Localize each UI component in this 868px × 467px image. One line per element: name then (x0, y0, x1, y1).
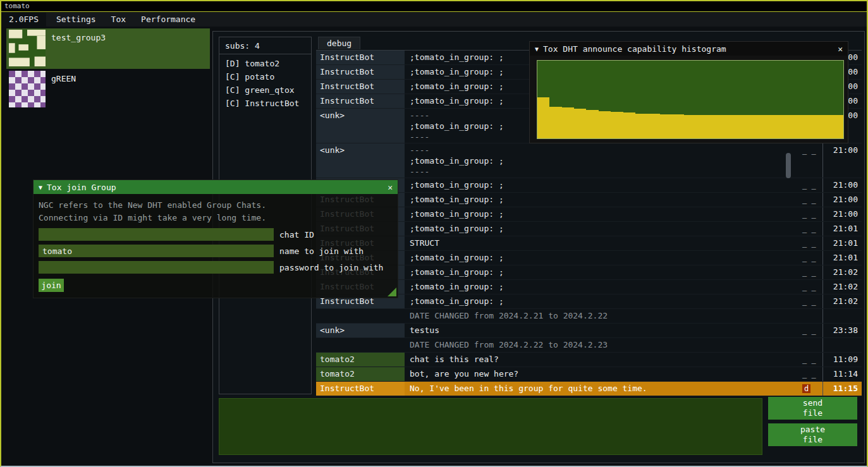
paste-file-button[interactable]: paste file (768, 423, 857, 446)
histogram-bar (697, 115, 709, 138)
histogram-titlebar[interactable]: ▼ Tox DHT announce capability histogram … (530, 42, 848, 56)
close-icon[interactable]: ✕ (838, 44, 843, 54)
tab-debug[interactable]: debug (318, 37, 360, 49)
menu-performance[interactable]: Performance (133, 13, 203, 27)
chat-time: 23:38 (822, 324, 862, 337)
sub-item-instructbot[interactable]: [C] InstructBot (219, 97, 311, 110)
chat-time: 21:01 (822, 251, 862, 265)
collapse-icon[interactable]: ▼ (535, 45, 539, 52)
chat-time: 11:15 (822, 382, 862, 396)
chat-time: 21:00 (822, 143, 862, 178)
group-name: gREEN (51, 71, 76, 109)
join-password-label: password to join with (279, 263, 383, 272)
chat-message: ;tomato_in_group: ; (405, 251, 800, 265)
chat-author: <unk> (316, 109, 405, 143)
close-icon[interactable]: ✕ (388, 183, 393, 192)
chat-time: 11:14 (822, 367, 862, 381)
date-separator-row: DATE CHANGED from 2024.2.21 to 2024.2.22 (316, 309, 862, 324)
chat-id-input[interactable] (39, 228, 274, 241)
chat-id-label: chat ID (279, 230, 314, 240)
chat-author: InstructBot (316, 94, 405, 108)
chat-flags: _ _ (800, 324, 822, 337)
chat-author: InstructBot (316, 382, 405, 396)
chat-time: 21:02 (822, 265, 862, 279)
sub-item-potato[interactable]: [C] potato (219, 70, 311, 83)
chat-scrollbar-thumb[interactable] (786, 153, 791, 178)
join-password-input[interactable] (39, 261, 274, 274)
chat-message: ;tomato_in_group: ; (405, 294, 800, 308)
chat-flags: _ _ (800, 353, 822, 367)
group-name: test_group3 (51, 30, 106, 68)
histogram-bar (782, 115, 794, 138)
menubar: 2.0FPS Settings Tox Performance (1, 13, 867, 27)
chat-flags: _ _ (800, 193, 822, 207)
chat-author: InstructBot (316, 80, 405, 94)
chat-time: 21:00 (822, 193, 862, 207)
menu-settings[interactable]: Settings (49, 13, 104, 27)
resize-grip[interactable] (388, 288, 396, 296)
chat-flags: _ _ (800, 178, 822, 192)
chat-message: ;tomato_in_group: ; (405, 265, 800, 279)
histogram-bar (635, 114, 647, 138)
chat-time: 21:01 (822, 222, 862, 236)
join-name-label: name to join with (279, 246, 364, 256)
date-changed-text: DATE CHANGED from 2024.2.21 to 2024.2.22 (405, 309, 800, 323)
chat-flags: _ _ (800, 222, 822, 236)
chat-row[interactable]: <unk> testus _ _ 23:38 (316, 324, 862, 338)
chat-row-highlighted[interactable]: InstructBot No, I've been in this group … (316, 382, 862, 396)
join-info-line: Connecting via ID might take a very long… (39, 212, 393, 224)
histogram-bar (807, 115, 819, 138)
chat-flags: _ _ (800, 207, 822, 221)
chat-author: InstructBot (316, 51, 405, 64)
app-window: tomato 2.0FPS Settings Tox Performance t… (0, 0, 868, 467)
join-name-input[interactable] (39, 245, 274, 257)
chat-time: 11:09 (822, 353, 862, 367)
chat-time: 21:02 (822, 294, 862, 308)
chat-flags: d (800, 382, 822, 396)
subs-count: subs: 4 (219, 40, 311, 52)
histogram-bar (745, 115, 757, 138)
chat-row[interactable]: tomato2 bot, are you new here? _ _ 11:14 (316, 367, 862, 382)
join-dialog-title: Tox join Group (47, 183, 116, 192)
date-separator-row: DATE CHANGED from 2024.2.22 to 2024.2.23 (316, 338, 862, 353)
join-button[interactable]: join (39, 279, 64, 292)
chat-time: 21:01 (822, 236, 862, 250)
histogram-plot (537, 60, 844, 139)
sub-item-green_qtox[interactable]: [C] green_qtox (219, 83, 311, 97)
chat-flags: _ _ (800, 236, 822, 250)
chat-row[interactable]: <unk> ---- ;tomato_in_group: ; ---- _ _ … (316, 143, 862, 178)
menu-tox[interactable]: Tox (104, 13, 133, 27)
sub-item-tomato2[interactable]: [D] tomato2 (219, 57, 311, 70)
histogram-bar (733, 115, 745, 138)
histogram-bar (770, 115, 782, 138)
message-input[interactable] (219, 398, 762, 455)
histogram-bar (684, 115, 696, 138)
chat-message: chat is this real? (405, 353, 800, 367)
chat-message: No, I've been in this group for quite so… (405, 382, 800, 396)
group-item-green[interactable]: gREEN (6, 70, 210, 110)
histogram-bar (795, 115, 807, 138)
histogram-bar (599, 111, 611, 138)
histogram-bar (562, 107, 574, 138)
chat-author: tomato2 (316, 353, 405, 367)
send-file-button[interactable]: send file (768, 397, 857, 420)
chat-author: tomato2 (316, 367, 405, 381)
separator (219, 54, 311, 54)
group-item-test_group3[interactable]: test_group3 (6, 28, 210, 69)
histogram-bar (831, 115, 843, 138)
fps-counter: 2.0FPS (1, 13, 46, 27)
histogram-window: ▼ Tox DHT announce capability histogram … (529, 41, 848, 143)
histogram-bars (537, 61, 843, 138)
histogram-bar (660, 114, 672, 138)
join-group-dialog: ▼ Tox join Group ✕ NGC refers to the New… (33, 179, 398, 298)
chat-flags: _ _ (800, 143, 822, 178)
join-dialog-titlebar[interactable]: ▼ Tox join Group ✕ (34, 180, 398, 194)
group-avatar (9, 30, 46, 66)
histogram-bar (757, 115, 769, 138)
join-info-line: NGC refers to the New DHT enabled Group … (39, 199, 393, 212)
chat-message: ---- ;tomato_in_group: ; ---- (405, 143, 800, 178)
histogram-bar (549, 107, 561, 138)
collapse-icon[interactable]: ▼ (39, 184, 42, 191)
chat-row[interactable]: tomato2 chat is this real? _ _ 11:09 (316, 353, 862, 367)
histogram-bar (672, 114, 684, 138)
